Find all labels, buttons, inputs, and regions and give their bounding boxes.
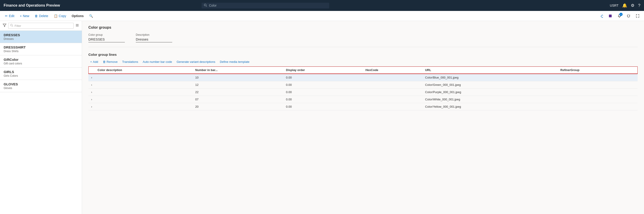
sidebar-item[interactable]: DRESSSHIRT Dress Shirts xyxy=(0,43,82,55)
sidebar-item-desc: Dress Shirts xyxy=(4,50,78,53)
form-row: Color group DRESSES Description Dresses xyxy=(88,33,638,47)
cell-number-in-bar: 10 xyxy=(192,74,283,81)
color-group-value[interactable]: DRESSES xyxy=(88,37,125,42)
delete-button[interactable]: 🗑 Delete xyxy=(32,13,50,19)
copy-icon: 📋 xyxy=(54,14,58,18)
svg-line-7 xyxy=(12,26,13,27)
sidebar-item[interactable]: DRESSES Dresses xyxy=(0,31,82,43)
sidebar-item[interactable]: GiftColor Gift card colors xyxy=(0,55,82,68)
table-row[interactable]: › 07 0.00 Color/White_000_001.jpeg xyxy=(88,96,638,103)
main-layout: DRESSES Dresses DRESSSHIRT Dress Shirts … xyxy=(0,21,644,214)
options-button[interactable]: Options xyxy=(69,13,86,19)
sidebar-item-desc: Gift card colors xyxy=(4,62,78,65)
edit-button[interactable]: ✏ Edit xyxy=(3,13,17,19)
generate-variants-button[interactable]: Generate variant descriptions xyxy=(175,59,217,64)
top-nav: Finance and Operations Preview USRT 🔔 ⚙ … xyxy=(0,0,644,11)
search-button[interactable]: 🔍 xyxy=(87,13,95,19)
help-icon[interactable]: ? xyxy=(638,3,640,8)
user-label: USRT xyxy=(610,4,618,7)
table-row[interactable]: › 12 0.00 Color/Green_000_001.jpeg xyxy=(88,81,638,89)
sidebar-item-desc: Gloves xyxy=(4,86,78,90)
cell-indicator: › xyxy=(88,81,95,89)
sidebar-item[interactable]: GIRLS Girls Colors xyxy=(0,68,82,80)
delete-icon: 🗑 xyxy=(35,14,38,18)
svg-rect-2 xyxy=(601,15,603,18)
cell-refiner-group xyxy=(558,74,638,81)
copy-button[interactable]: 📋 Copy xyxy=(52,13,68,19)
filter-search-icon xyxy=(10,24,13,27)
expand-icon-btn[interactable] xyxy=(634,12,641,19)
table-row[interactable]: › 20 0.00 Color/Yellow_000_001.jpeg xyxy=(88,103,638,110)
notification-count-btn[interactable]: 0 xyxy=(616,12,623,19)
cell-color-description xyxy=(95,103,192,110)
office-icon-btn[interactable] xyxy=(607,12,614,19)
lines-title: Color group lines xyxy=(88,53,638,56)
search-input[interactable] xyxy=(209,4,327,7)
cell-refiner-group xyxy=(558,96,638,103)
sidebar-item-name: DRESSSHIRT xyxy=(4,45,78,49)
cell-hexcode xyxy=(363,74,422,81)
cell-number-in-bar: 20 xyxy=(192,103,283,110)
cell-display-order: 0.00 xyxy=(283,96,363,103)
add-button[interactable]: + Add xyxy=(88,59,100,64)
sidebar-item-name: GiftColor xyxy=(4,58,78,61)
refresh-icon-btn[interactable] xyxy=(625,12,632,19)
filter-icon[interactable] xyxy=(3,23,6,28)
lines-section: Color group lines + Add 🗑 Remove Transla… xyxy=(88,53,638,110)
define-media-button[interactable]: Define media template xyxy=(218,59,251,64)
table-body: › 10 0.00 Color/Blue_000_001.jpeg › 12 0… xyxy=(88,74,638,110)
sidebar-item[interactable]: GLOVES Gloves xyxy=(0,80,82,92)
cell-number-in-bar: 22 xyxy=(192,89,283,96)
diamond-icon-btn[interactable] xyxy=(598,12,605,19)
sidebar-item-desc: Dresses xyxy=(4,37,78,40)
description-field: Description Dresses xyxy=(136,33,172,42)
sidebar: DRESSES Dresses DRESSSHIRT Dress Shirts … xyxy=(0,21,82,214)
settings-icon[interactable]: ⚙ xyxy=(631,3,634,8)
svg-line-1 xyxy=(206,6,207,6)
cell-url: Color/Blue_000_001.jpeg xyxy=(422,74,558,81)
color-group-field: Color group DRESSES xyxy=(88,33,125,42)
th-indicator xyxy=(88,66,95,74)
table-header-row: Color description Number in bar... Displ… xyxy=(88,66,638,74)
sidebar-filter-box[interactable] xyxy=(8,23,74,29)
translations-button[interactable]: Translations xyxy=(120,59,140,64)
cell-indicator: › xyxy=(88,96,95,103)
new-button[interactable]: + New xyxy=(18,13,32,19)
th-refiner-group[interactable]: RefinerGroup xyxy=(558,66,638,74)
remove-button[interactable]: 🗑 Remove xyxy=(101,59,119,64)
cell-color-description xyxy=(95,81,192,89)
action-bar-right: 0 xyxy=(598,12,641,19)
cell-refiner-group xyxy=(558,81,638,89)
sidebar-tools xyxy=(0,21,82,31)
cell-display-order: 0.00 xyxy=(283,103,363,110)
edit-icon: ✏ xyxy=(5,14,8,18)
th-display-order[interactable]: Display order xyxy=(283,66,363,74)
table-row[interactable]: › 10 0.00 Color/Blue_000_001.jpeg xyxy=(88,74,638,81)
global-search[interactable] xyxy=(202,3,329,8)
sidebar-items-list: DRESSES Dresses DRESSSHIRT Dress Shirts … xyxy=(0,31,82,214)
hamburger-icon[interactable] xyxy=(76,23,79,28)
sidebar-item-name: DRESSES xyxy=(4,33,78,37)
cell-refiner-group xyxy=(558,103,638,110)
filter-input[interactable] xyxy=(14,24,72,27)
auto-number-button[interactable]: Auto number bar code xyxy=(141,59,174,64)
notification-badge: 0 xyxy=(620,13,622,16)
th-url[interactable]: URL xyxy=(422,66,558,74)
sidebar-item-name: GIRLS xyxy=(4,70,78,74)
color-lines-table: Color description Number in bar... Displ… xyxy=(88,66,638,110)
sidebar-item-desc: Girls Colors xyxy=(4,74,78,77)
notification-icon[interactable]: 🔔 xyxy=(622,3,627,8)
cell-hexcode xyxy=(363,103,422,110)
table-wrapper: Color description Number in bar... Displ… xyxy=(88,66,638,110)
th-number-in-bar[interactable]: Number in bar... xyxy=(192,66,283,74)
cell-display-order: 0.00 xyxy=(283,81,363,89)
th-color-description[interactable]: Color description xyxy=(95,66,192,74)
th-hexcode[interactable]: HexCode xyxy=(363,66,422,74)
cell-number-in-bar: 12 xyxy=(192,81,283,89)
table-row[interactable]: › 22 0.00 Color/Purple_000_001.jpeg xyxy=(88,89,638,96)
description-value[interactable]: Dresses xyxy=(136,37,172,42)
cell-number-in-bar: 07 xyxy=(192,96,283,103)
cell-color-description xyxy=(95,74,192,81)
cell-refiner-group xyxy=(558,89,638,96)
svg-point-4 xyxy=(619,17,620,17)
